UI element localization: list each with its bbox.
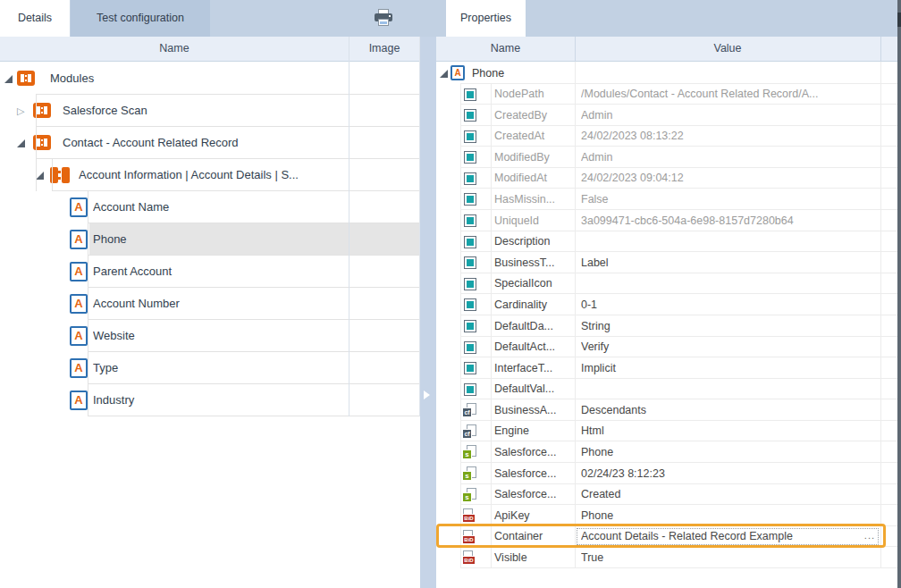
tab-details[interactable]: Details: [0, 0, 70, 37]
property-row[interactable]: DefaultDa...String: [436, 315, 897, 337]
tree-row[interactable]: AAccount Number: [0, 288, 420, 320]
bid-icon: BiD: [462, 550, 476, 565]
property-row[interactable]: BiDContainer Account Details - Related R…: [436, 526, 897, 547]
property-value: Descendants: [581, 399, 876, 421]
property-icon: [464, 362, 476, 374]
property-icon: [464, 383, 476, 396]
property-row[interactable]: cfBusinessA...Descendants: [436, 399, 897, 421]
property-value: Verify: [581, 337, 876, 357]
property-value: Html: [581, 421, 876, 441]
property-value: False: [581, 189, 876, 210]
property-row[interactable]: CreatedByAdmin: [436, 105, 897, 126]
property-value: Label: [581, 252, 876, 273]
splitter-collapse-arrow-icon[interactable]: [424, 391, 430, 399]
property-row[interactable]: sSalesforce...02/24/23 8:12:23: [436, 463, 897, 484]
property-name: ApiKey: [494, 505, 573, 526]
expander-expanded-icon[interactable]: [440, 70, 448, 78]
panel-splitter[interactable]: [420, 37, 436, 588]
property-row[interactable]: BiDVisibleTrue: [436, 547, 897, 568]
property-row[interactable]: DefaultVal...: [436, 379, 897, 399]
tree-row[interactable]: APhone: [0, 223, 420, 256]
property-icon: [464, 256, 476, 269]
attribute-icon: A: [70, 391, 88, 410]
property-value: 24/02/2023 08:13:22: [581, 126, 876, 147]
attribute-icon: A: [70, 230, 88, 249]
row-border: [460, 567, 897, 568]
property-name: ModifiedBy: [494, 147, 573, 168]
property-root-row[interactable]: APhone: [436, 63, 897, 84]
property-icon: [464, 236, 476, 248]
left-column-header-name[interactable]: Name: [0, 37, 349, 61]
property-row[interactable]: Cardinality0-1: [436, 294, 897, 315]
attribute-icon: A: [70, 358, 88, 378]
tree-row[interactable]: Contact - Account Related Record: [0, 127, 420, 159]
expander-expanded-icon[interactable]: [17, 139, 25, 147]
tab-test-configuration[interactable]: Test configuration: [71, 0, 210, 37]
property-row[interactable]: sSalesforce...Phone: [436, 441, 897, 463]
property-value: 24/02/2023 09:04:12: [581, 168, 876, 189]
tree-row[interactable]: AParent Account: [0, 256, 420, 288]
bid-icon: BiD: [462, 530, 476, 544]
tab-properties[interactable]: Properties: [446, 0, 526, 37]
module-icon: [17, 71, 35, 86]
tree-row-label: Phone: [93, 223, 418, 255]
grid-line: [880, 37, 881, 62]
property-name: Salesforce...: [494, 441, 573, 463]
property-value: Phone: [581, 441, 876, 463]
property-row[interactable]: CreatedAt24/02/2023 08:13:22: [436, 126, 897, 147]
grid-line: [491, 84, 492, 568]
property-value: 3a099471-cbc6-504a-6e98-8157d7280b64: [581, 210, 876, 231]
property-row[interactable]: NodePath/Modules/Contact - Account Relat…: [436, 84, 897, 105]
salesforce-icon: s: [462, 466, 476, 481]
right-column-header-value[interactable]: Value: [575, 37, 880, 61]
tree-row-label: Account Information | Account Details | …: [79, 159, 418, 190]
salesforce-icon: s: [462, 488, 476, 502]
grid-line: [36, 95, 37, 191]
expander-expanded-icon[interactable]: [4, 75, 13, 83]
property-row[interactable]: cfEngineHtml: [436, 421, 897, 441]
property-value: Phone: [581, 505, 876, 526]
attribute-icon: A: [70, 197, 88, 217]
print-button[interactable]: [373, 9, 394, 28]
right-column-header-name[interactable]: Name: [436, 37, 575, 61]
right-grid-header: Name Value: [436, 37, 897, 62]
tree-row-label: Account Name: [93, 191, 418, 223]
tree-row[interactable]: AIndustry: [0, 384, 420, 416]
property-icon: [464, 130, 476, 143]
property-name: DefaultVal...: [494, 379, 573, 399]
property-icon: [464, 214, 476, 227]
property-row[interactable]: InterfaceT...Implicit: [436, 357, 897, 379]
property-icon: [464, 88, 476, 101]
property-icon: [464, 341, 476, 354]
property-row[interactable]: sSalesforce...Created: [436, 484, 897, 505]
tree-row[interactable]: ▷Salesforce Scan: [0, 95, 420, 127]
property-value: /Modules/Contact - Account Related Recor…: [581, 84, 876, 105]
grid-line: [52, 159, 53, 191]
property-name: BusinessT...: [494, 252, 573, 273]
tree-row[interactable]: AType: [0, 352, 420, 384]
tree-row[interactable]: Modules: [0, 63, 420, 95]
property-value: Admin: [581, 147, 876, 168]
expander-expanded-icon[interactable]: [36, 172, 44, 180]
property-row[interactable]: SpecialIcon: [436, 273, 897, 294]
container-value-editor[interactable]: Account Details - Related Record Example…: [577, 528, 879, 545]
property-row[interactable]: ModifiedAt24/02/2023 09:04:12: [436, 168, 897, 189]
left-column-header-image[interactable]: Image: [349, 37, 420, 61]
property-row[interactable]: Description: [436, 231, 897, 252]
property-row[interactable]: ModifiedByAdmin: [436, 147, 897, 168]
ellipsis-button[interactable]: ...: [864, 530, 875, 541]
property-row[interactable]: BiDApiKeyPhone: [436, 505, 897, 526]
property-value: Created: [581, 484, 876, 505]
tree-row[interactable]: AAccount Name: [0, 191, 420, 223]
property-row[interactable]: DefaultAct...Verify: [436, 337, 897, 357]
property-name: Salesforce...: [494, 463, 573, 484]
property-value: Account Details - Related Record Example: [581, 529, 849, 544]
property-row[interactable]: HasMissin...False: [436, 189, 897, 210]
expander-collapsed-icon[interactable]: ▷: [17, 106, 24, 116]
property-row[interactable]: UniqueId3a099471-cbc6-504a-6e98-8157d728…: [436, 210, 897, 231]
config-icon: cf: [462, 403, 476, 417]
tree-row-label: Contact - Account Related Record: [63, 127, 418, 158]
property-row[interactable]: BusinessT...Label: [436, 252, 897, 273]
tree-row[interactable]: AWebsite: [0, 320, 420, 352]
tree-row[interactable]: Account Information | Account Details | …: [0, 159, 420, 191]
